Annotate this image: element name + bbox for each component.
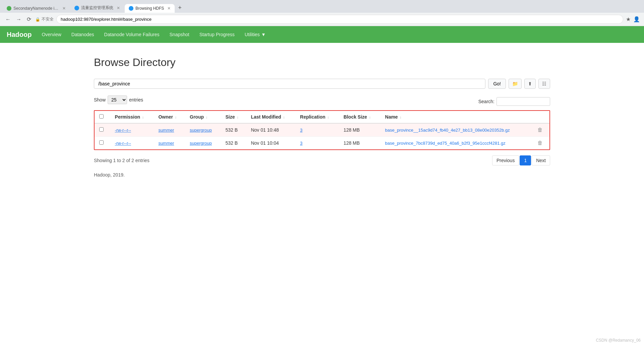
col-permission[interactable]: Permission ↕ — [110, 111, 154, 123]
last-modified-sort-icon: ↕ — [283, 116, 285, 119]
size-sort-icon: ↕ — [237, 116, 238, 119]
col-last-modified[interactable]: Last Modified ↕ — [246, 111, 295, 123]
main-content: Browse Directory Go! 📁 ⬆ ☷ Show 10 25 50… — [0, 43, 644, 191]
top-controls: Show 10 25 50 100 entries Search: — [94, 95, 550, 108]
entries-select[interactable]: 10 25 50 100 — [108, 95, 127, 104]
col-name[interactable]: Name ↕ — [380, 111, 533, 123]
new-tab-button[interactable]: + — [175, 3, 184, 13]
select-all-checkbox[interactable] — [99, 114, 104, 119]
search-label: Search: — [478, 99, 494, 104]
row-block-size: 128 MB — [339, 123, 380, 137]
footer-text: Hadoop, 2019. — [94, 172, 550, 178]
folder-icon-btn[interactable]: 📁 — [509, 79, 522, 89]
bookmark-icon[interactable]: ★ — [626, 16, 631, 22]
nav-datanode-volume-failures[interactable]: Datanode Volume Failures — [104, 30, 160, 39]
row-replication: 3 — [295, 123, 339, 137]
group-sort-icon: ↕ — [206, 116, 208, 119]
show-label: Show — [94, 97, 106, 102]
browser-chrome: SecondaryNamenode informa... ✕ 流量监控管理系统 … — [0, 0, 644, 26]
tab-2-close[interactable]: ✕ — [117, 6, 120, 10]
row-group: supergroup — [185, 137, 221, 150]
profile-icon[interactable]: 👤 — [633, 16, 640, 22]
table-row: -rw-r--r-- summer supergroup 532 B Nov 0… — [95, 137, 549, 150]
tab-2-icon — [74, 6, 79, 10]
row-last-modified: Nov 01 10:04 — [246, 137, 295, 150]
security-indicator: 🔒 不安全 — [35, 16, 54, 22]
tab-1-icon — [7, 6, 11, 11]
lock-icon: 🔒 — [35, 17, 40, 22]
tab-3-close[interactable]: ✕ — [167, 6, 171, 11]
row-checkbox-0[interactable] — [99, 127, 104, 132]
path-row: Go! 📁 ⬆ ☷ — [94, 79, 550, 89]
back-button[interactable]: ← — [4, 15, 12, 24]
row-replication: 3 — [295, 137, 339, 150]
col-actions — [533, 111, 549, 123]
url-input[interactable] — [56, 15, 623, 24]
col-replication[interactable]: Replication ↕ — [295, 111, 339, 123]
search-row: Search: — [478, 97, 550, 106]
col-block-size[interactable]: Block Size ↕ — [339, 111, 380, 123]
search-input[interactable] — [496, 97, 550, 106]
page-1-button[interactable]: 1 — [520, 155, 531, 165]
showing-text: Showing 1 to 2 of 2 entries — [94, 158, 150, 163]
row-size: 532 B — [221, 137, 246, 150]
row-delete-cell: 🗑 — [533, 137, 549, 150]
forward-button[interactable]: → — [15, 15, 23, 24]
tab-1[interactable]: SecondaryNamenode informa... ✕ — [3, 4, 70, 13]
security-label: 不安全 — [42, 16, 54, 22]
col-owner[interactable]: Owner ↕ — [154, 111, 185, 123]
col-checkbox — [95, 111, 110, 123]
nav-overview[interactable]: Overview — [42, 30, 61, 39]
row-checkbox-cell — [95, 137, 110, 150]
row-name-link[interactable]: base_province__15ac9d74_fb40_4e27_bb13_0… — [385, 128, 510, 133]
go-button[interactable]: Go! — [488, 79, 506, 89]
row-owner: summer — [154, 137, 185, 150]
hadoop-navbar: Hadoop Overview Datanodes Datanode Volum… — [0, 26, 644, 43]
table-header-row: Permission ↕ Owner ↕ Group ↕ Size ↕ — [95, 111, 549, 123]
table-row: -rw-r--r-- summer supergroup 532 B Nov 0… — [95, 123, 549, 137]
next-button[interactable]: Next — [532, 155, 550, 165]
row-last-modified: Nov 01 10:48 — [246, 123, 295, 137]
previous-button[interactable]: Previous — [492, 155, 519, 165]
entries-label: entries — [129, 97, 143, 102]
hadoop-brand: Hadoop — [7, 31, 32, 39]
browser-toolbar-icons: ★ 👤 — [626, 16, 640, 22]
nav-utilities-chevron-icon: ▼ — [261, 32, 266, 37]
row-permission: -rw-r--r-- — [110, 123, 154, 137]
block-size-sort-icon: ↕ — [369, 116, 371, 119]
row-group: supergroup — [185, 123, 221, 137]
row-size: 532 B — [221, 123, 246, 137]
upload-icon-btn[interactable]: ⬆ — [524, 79, 536, 89]
pagination-row: Showing 1 to 2 of 2 entries Previous 1 N… — [94, 155, 550, 165]
page-title: Browse Directory — [94, 56, 550, 69]
tab-1-label: SecondaryNamenode informa... — [13, 6, 59, 11]
file-table-wrapper: Permission ↕ Owner ↕ Group ↕ Size ↕ — [94, 110, 550, 150]
row-permission: -rw-r--r-- — [110, 137, 154, 150]
address-bar: ← → ⟳ 🔒 不安全 ★ 👤 — [0, 13, 644, 26]
row-checkbox-cell — [95, 123, 110, 137]
tab-3-icon — [129, 6, 133, 11]
tab-3[interactable]: Browsing HDFS ✕ — [125, 4, 175, 13]
tab-2-label: 流量监控管理系统 — [81, 5, 113, 11]
col-group[interactable]: Group ↕ — [185, 111, 221, 123]
row-name-link[interactable]: base_province_7bc8739d_ed75_40a6_b2f3_95… — [385, 141, 506, 146]
grid-icon-btn[interactable]: ☷ — [538, 79, 550, 89]
tab-2[interactable]: 流量监控管理系统 ✕ — [70, 3, 124, 13]
row-checkbox-1[interactable] — [99, 140, 104, 145]
delete-icon[interactable]: 🗑 — [537, 127, 543, 133]
refresh-button[interactable]: ⟳ — [25, 15, 33, 24]
path-input[interactable] — [94, 79, 485, 89]
nav-startup-progress[interactable]: Startup Progress — [199, 30, 235, 39]
nav-utilities-dropdown[interactable]: Utilities ▼ — [245, 32, 266, 37]
delete-icon[interactable]: 🗑 — [537, 140, 543, 146]
nav-datanodes[interactable]: Datanodes — [71, 30, 94, 39]
nav-snapshot[interactable]: Snapshot — [170, 30, 189, 39]
tab-1-close[interactable]: ✕ — [62, 6, 66, 11]
row-block-size: 128 MB — [339, 137, 380, 150]
file-table: Permission ↕ Owner ↕ Group ↕ Size ↕ — [95, 111, 549, 149]
show-row: Show 10 25 50 100 entries — [94, 95, 143, 104]
row-name: base_province__15ac9d74_fb40_4e27_bb13_0… — [380, 123, 533, 137]
row-delete-cell: 🗑 — [533, 123, 549, 137]
row-name: base_province_7bc8739d_ed75_40a6_b2f3_95… — [380, 137, 533, 150]
col-size[interactable]: Size ↕ — [221, 111, 246, 123]
